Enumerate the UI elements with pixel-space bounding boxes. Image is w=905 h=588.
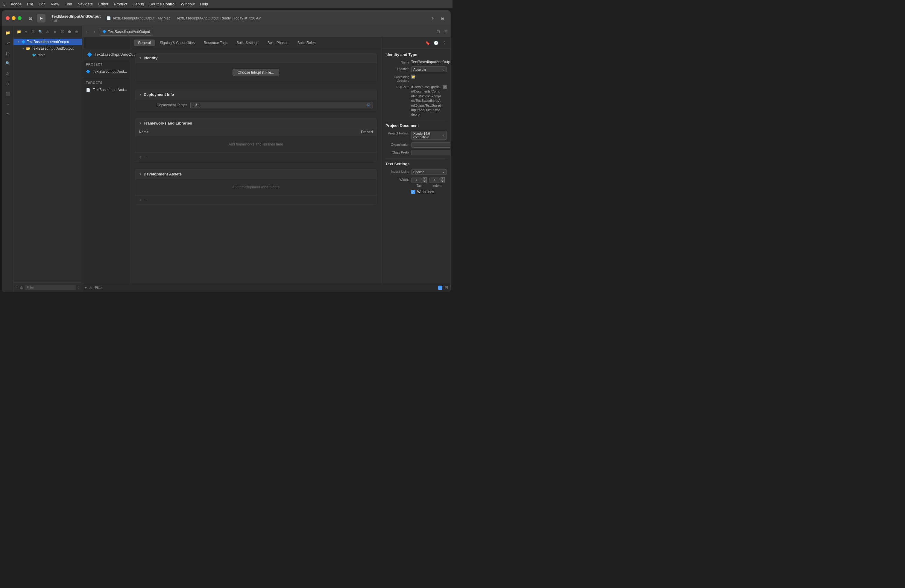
bottom-console-icon[interactable]: ⊟ (445, 285, 448, 290)
project-format-select[interactable]: Xcode 14.0-compatible ⌄ (411, 131, 447, 140)
menu-navigate[interactable]: Navigate (78, 2, 93, 6)
forward-button[interactable]: › (91, 29, 98, 35)
menu-product[interactable]: Product (114, 2, 127, 6)
add-framework-button[interactable]: + (139, 154, 141, 160)
tab-width-down-button[interactable]: ▼ (422, 180, 427, 183)
indent-select[interactable]: Spaces ⌄ (411, 169, 447, 175)
menu-edit[interactable]: Edit (39, 2, 45, 6)
remove-dev-asset-button[interactable]: − (144, 197, 147, 203)
nav-search-icon[interactable]: 🔍 (37, 29, 43, 35)
chevron-down-icon: ▼ (22, 47, 25, 50)
breadcrumb-separator: › (156, 16, 157, 21)
menu-source-control[interactable]: Source Control (149, 2, 175, 6)
identity-title: Identity (144, 56, 157, 60)
breadcrumb-device[interactable]: My Mac (158, 16, 171, 21)
tab-build-rules[interactable]: Build Rules (293, 40, 320, 46)
class-prefix-input[interactable] (411, 150, 450, 156)
inspector-toggle-button[interactable]: ⊟ (438, 14, 447, 22)
nav-more-icon[interactable]: ⊕ (74, 29, 79, 35)
find-navigator-icon[interactable]: 🔍 (3, 59, 12, 67)
indent-width-down-button[interactable]: ▼ (441, 180, 445, 183)
filter-input[interactable] (25, 285, 76, 290)
issue-navigator-icon[interactable]: ⚠ (3, 69, 12, 78)
deployment-section-header[interactable]: ▼ Deployment Info (135, 90, 376, 99)
containing-dir-icon[interactable]: 📁 (411, 75, 415, 79)
menu-view[interactable]: View (51, 2, 59, 6)
nav-warning-icon[interactable]: ⚠ (44, 29, 51, 35)
target-item[interactable]: 📄 TextBasedInputAnd... (82, 86, 130, 94)
close-button[interactable] (6, 16, 10, 20)
menu-find[interactable]: Find (65, 2, 72, 6)
assistant-editor-button[interactable]: ⊞ (443, 29, 449, 35)
menu-window[interactable]: Window (181, 2, 195, 6)
tree-item-root[interactable]: ▼ 🔷 TextBasedInputAndOutput (13, 39, 82, 45)
apple-menu[interactable]:  (3, 2, 5, 6)
source-control-icon[interactable]: ⎇ (3, 39, 12, 47)
sidebar-toggle-button[interactable]: ⊡ (26, 14, 35, 22)
add-tab-button[interactable]: + (429, 15, 436, 22)
test-navigator-icon[interactable]: ◇ (3, 79, 12, 88)
tab-build-settings[interactable]: Build Settings (232, 40, 262, 46)
nav-folder-icon[interactable]: 📁 (16, 29, 22, 35)
file-navigator: 📁 ± ⊞ 🔍 ⚠ ◈ ⌘ ⬟ ⊕ ▼ 🔷 TextBasedInputAndO… (13, 26, 82, 292)
filter-icon[interactable]: ⚠ (89, 286, 92, 290)
sort-icon[interactable]: ↕ (78, 285, 79, 289)
tab-width-stepper[interactable]: ▲ ▼ (422, 177, 427, 183)
tab-general[interactable]: General (134, 40, 155, 46)
nav-shapes-icon[interactable]: ⬟ (67, 29, 72, 35)
file-navigator-icon[interactable]: 📁 (3, 29, 12, 37)
minimize-button[interactable] (12, 16, 16, 20)
identity-section-body: Choose Info.plist File... (135, 63, 376, 82)
menu-editor[interactable]: Editor (98, 2, 108, 6)
split-editor-button[interactable]: ⊡ (435, 29, 441, 35)
debug-navigator-icon[interactable]: ⬛ (3, 89, 12, 98)
menu-help[interactable]: Help (200, 2, 208, 6)
nav-symbol-icon[interactable]: ⌘ (59, 29, 65, 35)
report-navigator-icon[interactable]: ≡ (3, 110, 12, 118)
active-tab[interactable]: 🔷 TextBasedInputAndOutput (99, 28, 153, 36)
add-file-button[interactable]: + (16, 285, 18, 289)
indent-width-input[interactable] (429, 178, 440, 183)
inspector-panel: 🔖 🕐 ? Identity and Type Name TextBasedIn… (381, 37, 450, 283)
menu-xcode[interactable]: Xcode (11, 2, 22, 6)
project-item[interactable]: 🔷 TextBasedInputAnd... (82, 67, 130, 76)
indent-width-stepper[interactable]: ▲ ▼ (441, 177, 445, 183)
nav-filter-icon[interactable]: ◈ (52, 29, 58, 35)
tab-build-phases[interactable]: Build Phases (264, 40, 293, 46)
nav-source-icon[interactable]: ± (23, 29, 29, 35)
back-button[interactable]: ‹ (84, 29, 90, 35)
remove-framework-button[interactable]: − (144, 154, 147, 160)
project-nav-icon: 🔷 (86, 70, 90, 74)
run-button[interactable]: ▶ (37, 14, 46, 22)
add-dev-asset-button[interactable]: + (139, 197, 141, 203)
menu-debug[interactable]: Debug (133, 2, 144, 6)
file-inspector-icon[interactable]: 🔖 (424, 40, 431, 47)
nav-hierarchy-icon[interactable]: ⊞ (30, 29, 36, 35)
frameworks-section-header[interactable]: ▼ Frameworks and Libraries (135, 119, 376, 128)
help-inspector-icon[interactable]: ? (441, 40, 448, 47)
wrap-lines-checkbox[interactable]: ✓ (411, 190, 415, 194)
menu-file[interactable]: File (27, 2, 33, 6)
tab-width-up-button[interactable]: ▲ (422, 177, 427, 180)
identity-section-header[interactable]: ▼ Identity (135, 53, 376, 63)
tree-item-main[interactable]: ▶ 🐦 main (13, 52, 82, 58)
tab-resource-tags[interactable]: Resource Tags (199, 40, 232, 46)
tab-signing[interactable]: Signing & Capabilities (156, 40, 199, 46)
history-icon[interactable]: 🕐 (432, 40, 440, 47)
location-select[interactable]: Absolute ⌄ (411, 67, 447, 72)
maximize-button[interactable] (17, 16, 22, 20)
tree-item-folder[interactable]: ▼ 📂 TextBasedInputAndOutput (13, 45, 82, 52)
breakpoint-navigator-icon[interactable]: ⬦ (3, 100, 12, 108)
reveal-in-finder-icon[interactable]: ↗ (443, 85, 447, 89)
choose-plist-button[interactable]: Choose Info.plist File... (233, 69, 279, 76)
breadcrumb-project[interactable]: TextBasedInputAndOutput (112, 16, 154, 21)
org-input[interactable] (411, 142, 450, 148)
indent-width-up-button[interactable]: ▲ (441, 177, 445, 180)
collapse-handle[interactable] (82, 37, 84, 49)
tab-label: Tab (416, 184, 422, 188)
dev-assets-section-header[interactable]: ▼ Development Assets (135, 170, 376, 179)
tab-width-input[interactable] (411, 178, 422, 183)
deployment-target-select[interactable]: 13.1 ☑ (191, 102, 373, 108)
symbol-navigator-icon[interactable]: { } (3, 49, 12, 57)
add-filter-button[interactable]: + (85, 286, 87, 290)
